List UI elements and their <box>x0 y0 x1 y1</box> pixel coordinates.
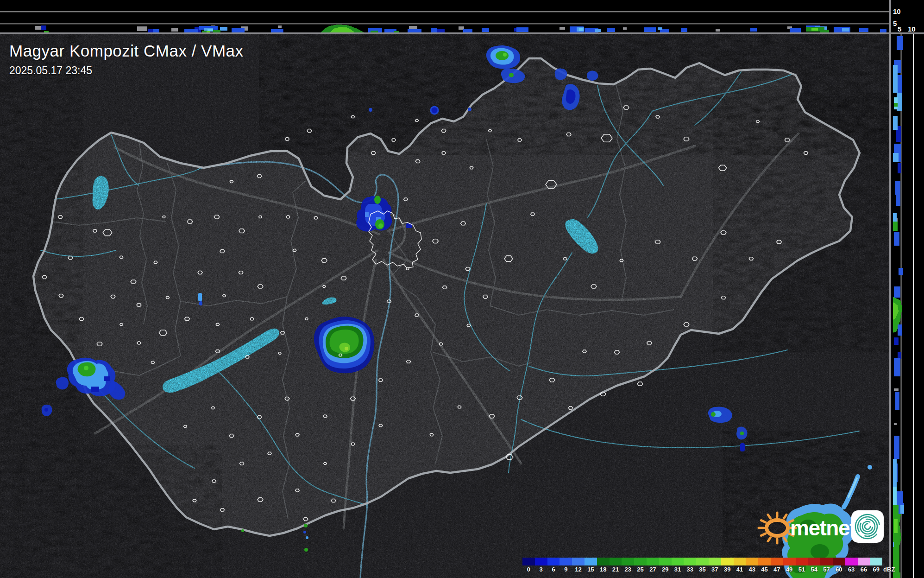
legend-swatch <box>585 558 597 565</box>
radar-composite-view: 10 5 5 10 Magyar Kompozit CMax / VMax 20… <box>0 0 924 578</box>
legend-tick-label: 29 <box>662 566 668 572</box>
map-area <box>0 34 889 578</box>
right-axis-label-5: 5 <box>898 25 901 33</box>
legend-cell: 29 <box>659 558 672 572</box>
legend-tick-label: 43 <box>749 566 755 572</box>
cross-section-echo <box>895 181 900 195</box>
legend-cell: 51 <box>796 558 808 572</box>
right-axis-label-10: 10 <box>908 25 916 33</box>
legend-tick-label: 25 <box>637 566 643 572</box>
legend-tick-label: 12 <box>575 566 581 572</box>
cross-section-echo <box>579 28 583 31</box>
legend-cell: 12 <box>572 558 585 572</box>
legend-swatch <box>684 558 696 565</box>
legend-cell: 37 <box>709 558 721 572</box>
legend-swatch <box>758 558 771 565</box>
cross-section-echo <box>559 27 565 30</box>
cross-section-echo <box>895 392 899 410</box>
cross-section-echo <box>893 487 897 505</box>
legend-cell: 57 <box>820 558 833 572</box>
cross-section-echo <box>220 27 227 31</box>
cross-section-echo <box>232 28 245 32</box>
legend-tick-label: 51 <box>798 566 805 572</box>
legend-cell: 54 <box>808 558 820 572</box>
legend-cell: 9 <box>559 558 572 572</box>
cross-section-echo <box>859 28 868 32</box>
cross-section-echo <box>880 29 886 32</box>
cross-section-echo <box>516 27 528 32</box>
cross-section-echo <box>893 320 898 329</box>
reflectivity-scale: 0369121518212325272931333537394143454749… <box>522 558 899 572</box>
radar-map-image[interactable]: 10 5 5 10 <box>0 0 924 578</box>
legend-swatch <box>522 558 535 565</box>
cross-section-echo <box>820 30 829 32</box>
legend-tick-label: 33 <box>687 566 693 572</box>
cross-section-echo <box>894 103 898 107</box>
legend-cell: 39 <box>721 558 734 572</box>
cross-section-echo <box>271 29 283 33</box>
cross-section-echo <box>137 26 147 31</box>
legend-tick-label: 63 <box>848 566 855 572</box>
cross-section-echo <box>899 268 903 275</box>
cross-section-echo <box>595 29 601 32</box>
cross-section-echo <box>893 65 898 93</box>
axis-corner-panel: 10 5 5 10 <box>891 0 924 33</box>
cross-section-echo <box>893 222 898 231</box>
legend-tick-label: 3 <box>540 566 543 572</box>
legend-swatch <box>870 558 882 565</box>
legend-cell: 41 <box>734 558 746 572</box>
legend-tick-label: 21 <box>612 566 619 572</box>
cross-section-echo <box>893 459 897 487</box>
legend-tick-label: 9 <box>564 566 567 572</box>
legend-cell: 0 <box>522 558 535 572</box>
legend-swatch <box>845 558 858 565</box>
legend-cell: 43 <box>746 558 758 572</box>
legend-swatch <box>572 558 585 565</box>
legend-tick-label: 49 <box>786 566 792 572</box>
legend-swatch <box>820 558 833 565</box>
cross-section-echo <box>184 29 198 33</box>
legend-swatch <box>808 558 820 565</box>
legend-swatch <box>672 558 684 565</box>
top-axis-label-5: 5 <box>893 19 897 27</box>
cross-section-echo <box>41 25 46 30</box>
cross-section-echo <box>898 75 902 94</box>
legend-swatch <box>597 558 610 565</box>
legend-tick-label: 0 <box>527 566 530 572</box>
top-cross-section <box>0 0 891 33</box>
legend-cell: 33 <box>684 558 696 572</box>
cross-section-echo <box>894 436 899 459</box>
cross-section-echo <box>894 337 899 345</box>
map-timestamp: 2025.05.17 23:45 <box>9 64 244 77</box>
legend-tick-label: 39 <box>724 566 730 572</box>
cross-section-echo <box>898 163 901 173</box>
cross-section-echo <box>893 116 898 130</box>
cross-section-echo <box>463 29 472 33</box>
cross-section-echo <box>607 28 615 32</box>
cross-section-echo <box>750 28 757 32</box>
legend-unit: dBZ <box>882 558 899 572</box>
legend-swatch <box>746 558 758 565</box>
cross-section-echo <box>896 195 900 206</box>
metnet-logo[interactable]: metnet <box>755 507 890 547</box>
cross-section-echo <box>790 28 801 32</box>
legend-tick-label: 60 <box>836 566 842 572</box>
cross-section-echo <box>811 28 818 31</box>
title-block: Magyar Kompozit CMax / VMax 2025.05.17 2… <box>9 42 244 77</box>
cross-section-echo <box>716 29 720 32</box>
cross-section-echo <box>278 25 282 28</box>
legend-cell: 66 <box>858 558 870 572</box>
top-axis-label-10: 10 <box>893 7 901 15</box>
legend-tick-label: 37 <box>711 566 718 572</box>
cross-section-echo <box>482 28 489 32</box>
cross-section-echo <box>681 28 687 32</box>
cross-section-echo <box>894 232 899 246</box>
cross-section-echo <box>894 286 900 298</box>
legend-swatch <box>796 558 808 565</box>
cross-section-echo <box>897 36 903 50</box>
sun-ring <box>767 520 788 536</box>
cross-section-echo <box>894 423 897 425</box>
legend-swatch <box>622 558 634 565</box>
legend-cell: 63 <box>845 558 858 572</box>
cross-section-echo <box>644 27 656 32</box>
